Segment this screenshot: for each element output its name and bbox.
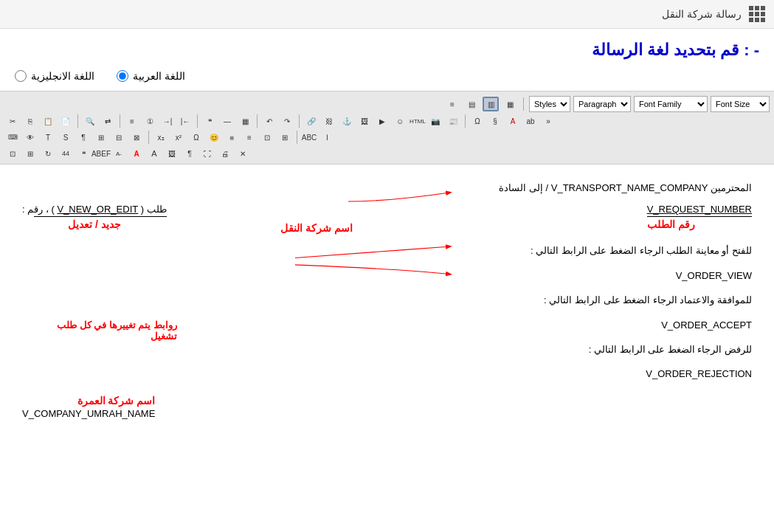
div-btn[interactable]: ⊟ bbox=[111, 130, 127, 145]
paragraph-select[interactable]: Paragraph bbox=[573, 96, 631, 112]
request-num-annotation: رقم الطلب bbox=[647, 218, 752, 230]
smiley-btn[interactable]: ☺ bbox=[392, 114, 408, 128]
sep3 bbox=[120, 114, 120, 128]
greeting-text: المحترمين V_TRANSPORT_NAME_COMPANY / إلى… bbox=[499, 182, 752, 193]
hr-btn[interactable]: — bbox=[219, 114, 235, 128]
list-ul-btn[interactable]: ≡ bbox=[124, 114, 140, 128]
find-btn[interactable]: 🔍 bbox=[82, 114, 98, 128]
lang-btn[interactable]: ا bbox=[319, 130, 335, 145]
quote-close-btn[interactable]: ABEF bbox=[93, 146, 109, 161]
superscript-btn[interactable]: x² bbox=[170, 130, 187, 145]
sep2 bbox=[77, 114, 78, 128]
omega-btn[interactable]: Ω bbox=[188, 130, 204, 145]
paste-btn[interactable]: 📋 bbox=[40, 114, 56, 128]
align-right-btn[interactable]: ▤ bbox=[463, 97, 480, 111]
arabic-radio[interactable] bbox=[117, 70, 128, 82]
table-btn[interactable]: ▦ bbox=[237, 114, 253, 128]
span-btn[interactable]: ⊞ bbox=[93, 130, 109, 145]
source-btn[interactable]: ⌨ bbox=[4, 130, 21, 145]
order-accept-text: V_ORDER_ACCEPT bbox=[661, 319, 752, 331]
outdent-btn[interactable]: |← bbox=[177, 114, 193, 128]
toolbar-row-3: ⌨ 👁 T S ¶ ⊞ ⊟ ⊠ x₂ x² Ω 😊 ■ ≡ ⊡ ⊞ ABC ا bbox=[4, 130, 770, 145]
sep9 bbox=[297, 131, 297, 144]
html-btn[interactable]: HTML bbox=[410, 114, 426, 128]
order-view-var: V_ORDER_VIEW bbox=[22, 267, 752, 284]
emoji-btn[interactable]: 😊 bbox=[206, 130, 222, 145]
list-ol-btn[interactable]: ① bbox=[142, 114, 158, 128]
sep7 bbox=[465, 114, 466, 128]
undo-btn[interactable]: ↶ bbox=[261, 114, 277, 128]
request-text: طلب ( bbox=[138, 204, 167, 215]
crop-btn[interactable]: ⊡ bbox=[4, 146, 21, 161]
english-label: اللغة الانجليزية bbox=[31, 70, 94, 82]
styles-select[interactable]: Styles bbox=[529, 96, 570, 112]
link-btn[interactable]: 🔗 bbox=[303, 114, 319, 128]
resize-btn[interactable]: ⊞ bbox=[22, 146, 38, 161]
accept-link-text: للموافقة والاعتماد الرجاء الضغط على الرا… bbox=[544, 294, 752, 305]
blockquote-btn[interactable]: ❝ bbox=[201, 114, 218, 128]
redo-btn[interactable]: ↷ bbox=[279, 114, 295, 128]
links-change-annotation: روابط يتم تغييرها في كل طلب تشغيل bbox=[30, 319, 177, 342]
copy-btn[interactable]: ⎘ bbox=[22, 114, 38, 128]
ruler-btn[interactable]: ≡ bbox=[241, 130, 258, 145]
unlink-btn[interactable]: ⛓ bbox=[321, 114, 337, 128]
replace-btn[interactable]: ⇄ bbox=[100, 114, 116, 128]
align-justify-btn[interactable]: ≡ bbox=[444, 97, 460, 111]
style-btn[interactable]: S bbox=[58, 130, 74, 145]
grid-icon[interactable] bbox=[749, 6, 765, 22]
page-break-btn[interactable]: ⊞ bbox=[277, 130, 293, 145]
media-btn[interactable]: 📷 bbox=[427, 114, 443, 128]
div2-btn[interactable]: ⊠ bbox=[128, 130, 145, 145]
font-size-select[interactable]: Font Size bbox=[711, 96, 770, 112]
image-btn[interactable]: 🖼 bbox=[356, 114, 373, 128]
english-radio[interactable] bbox=[15, 70, 27, 82]
new-edit-annotation: جديد / تعديل bbox=[22, 218, 167, 230]
more-btn[interactable]: » bbox=[540, 114, 556, 128]
spec-char-btn[interactable]: § bbox=[487, 114, 503, 128]
symbol-btn[interactable]: Ω bbox=[469, 114, 486, 128]
cut-btn[interactable]: ✂ bbox=[4, 114, 21, 128]
sep4 bbox=[197, 114, 198, 128]
new-or-edit-var: V_NEW_OR_EDIT bbox=[57, 204, 138, 215]
template-btn[interactable]: 📰 bbox=[445, 114, 461, 128]
pilcrow-btn[interactable]: ¶ bbox=[182, 146, 198, 161]
big-a-btn[interactable]: A bbox=[146, 146, 162, 161]
language-selector: اللغة العربية اللغة الانجليزية bbox=[0, 66, 774, 91]
fullscreen-btn[interactable]: ⛶ bbox=[199, 146, 215, 161]
preview-btn[interactable]: 👁 bbox=[22, 130, 38, 145]
font-size2-btn[interactable]: 44 bbox=[58, 146, 74, 161]
format-btn[interactable]: T bbox=[40, 130, 56, 145]
align-center-btn[interactable]: ▥ bbox=[483, 97, 499, 111]
toolbar-row-2: ✂ ⎘ 📋 📄 🔍 ⇄ ≡ ① →| |← ❝ — ▦ ↶ ↷ 🔗 ⛓ ⚓ 🖼 … bbox=[4, 114, 770, 128]
arabic-label: اللغة العربية bbox=[133, 70, 185, 82]
arabic-language-option[interactable]: اللغة العربية bbox=[117, 70, 185, 82]
rotate-btn[interactable]: ↻ bbox=[40, 146, 56, 161]
order-view-text: V_ORDER_VIEW bbox=[676, 270, 752, 281]
font-family-select[interactable]: Font Family bbox=[634, 96, 708, 112]
color2-btn[interactable]: ■ bbox=[224, 130, 240, 145]
open-link-text: للفتح أو معاينة الطلب الرجاء الضغط على ا… bbox=[531, 245, 752, 256]
anchor-btn[interactable]: ⚓ bbox=[339, 114, 355, 128]
show-blocks-btn[interactable]: ⊡ bbox=[259, 130, 275, 145]
subscript-btn[interactable]: x₂ bbox=[153, 130, 169, 145]
spell-check-btn[interactable]: ABC bbox=[301, 130, 317, 145]
toolbar-row-4: ⊡ ⊞ ↻ 44 ❝ ABEF A- A A 🖼 ¶ ⛶ 🖨 ✕ bbox=[4, 146, 770, 161]
abbr-btn[interactable]: A- bbox=[111, 146, 127, 161]
top-header: رسالة شركة النقل bbox=[0, 0, 774, 29]
quote-open-btn[interactable]: ❝ bbox=[75, 146, 91, 161]
close-toolbar-btn[interactable]: ✕ bbox=[235, 146, 251, 161]
font-bg-btn[interactable]: ab bbox=[522, 114, 539, 128]
english-language-option[interactable]: اللغة الانجليزية bbox=[15, 70, 94, 82]
flash-btn[interactable]: ▶ bbox=[374, 114, 390, 128]
order-rejection-var: V_ORDER_REJECTION bbox=[22, 365, 752, 382]
sep5 bbox=[257, 114, 258, 128]
mark-btn[interactable]: A bbox=[128, 146, 145, 161]
image2-btn[interactable]: 🖼 bbox=[164, 146, 180, 161]
toolbar-sep-1 bbox=[523, 97, 524, 111]
indent-btn[interactable]: →| bbox=[159, 114, 176, 128]
para-btn[interactable]: ¶ bbox=[75, 130, 91, 145]
paste-text-btn[interactable]: 📄 bbox=[58, 114, 74, 128]
print-btn[interactable]: 🖨 bbox=[217, 146, 233, 161]
font-color-btn[interactable]: A bbox=[505, 114, 521, 128]
align-left-btn[interactable]: ▦ bbox=[502, 97, 518, 111]
